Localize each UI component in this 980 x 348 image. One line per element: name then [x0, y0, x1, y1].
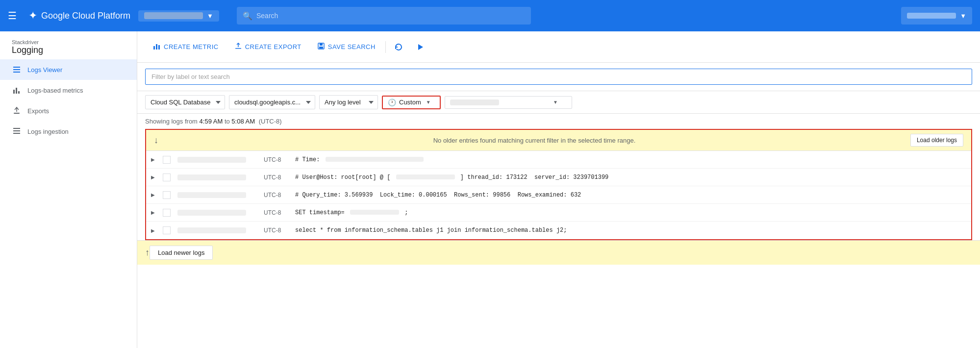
refresh-button[interactable]: [388, 31, 409, 62]
logs-to-time: 5:08 AM: [231, 118, 255, 125]
top-navbar: ☰ ✦ Google Cloud Platform ▼ 🔍 ▼: [0, 0, 980, 31]
log-content-suffix: ] thread_id: 173122 server_id: 323970139…: [460, 174, 608, 181]
upload-icon: [234, 42, 242, 51]
table-row: ▶ UTC-8 # User@Host: root[root] @ [ ] th…: [146, 169, 971, 186]
log-content-cell: select * from information_schema.tables …: [291, 224, 971, 237]
sidebar-exports-label: Exports: [27, 107, 49, 115]
search-icon: 🔍: [243, 11, 252, 21]
load-older-logs-button[interactable]: Load older logs: [910, 134, 963, 147]
svg-rect-4: [16, 88, 17, 94]
project-selector[interactable]: ▼: [138, 10, 219, 22]
star-checkbox[interactable]: [160, 226, 174, 234]
timestamp-blurred: [177, 227, 246, 233]
log-content-cell: SET timestamp= ;: [291, 206, 971, 219]
timezone-cell: UTC-8: [262, 174, 291, 181]
svg-rect-7: [13, 128, 20, 129]
svg-marker-17: [418, 44, 423, 50]
notice-older-bar: ↓ No older entries found matching curren…: [146, 130, 971, 151]
toolbar-divider: [385, 41, 386, 53]
down-arrow-icon[interactable]: ↓: [154, 135, 158, 146]
save-search-button[interactable]: SAVE SEARCH: [309, 31, 383, 62]
star-checkbox[interactable]: [160, 209, 174, 217]
load-newer-logs-button[interactable]: Load newer logs: [150, 246, 213, 260]
sidebar-item-logs-viewer[interactable]: Logs Viewer: [0, 59, 137, 80]
account-dropdown[interactable]: ▼: [901, 7, 972, 25]
svg-rect-3: [13, 90, 15, 94]
sidebar: Stackdriver Logging Logs Viewer Logs-bas…: [0, 31, 137, 348]
table-row: ▶ UTC-8 select * from information_schema…: [146, 222, 971, 239]
svg-rect-8: [13, 130, 20, 131]
log-content-cell: # Query_time: 3.569939 Lock_time: 0.0001…: [291, 189, 971, 201]
save-search-label: SAVE SEARCH: [328, 43, 376, 50]
clock-icon: 🕐: [388, 99, 396, 106]
svg-rect-6: [14, 113, 20, 114]
star-checkbox[interactable]: [160, 191, 174, 199]
log-content-text: select * from information_schema.tables …: [295, 227, 567, 234]
filter-dropdowns: Cloud SQL Database cloudsql.googleapis.c…: [137, 91, 980, 114]
sidebar-logs-viewer-label: Logs Viewer: [27, 66, 62, 74]
extra-filter-select[interactable]: ▼: [445, 96, 572, 109]
create-export-button[interactable]: CREATE EXPORT: [226, 31, 309, 62]
expand-icon[interactable]: ▶: [146, 228, 160, 233]
log-name-select[interactable]: cloudsql.googleapis.c...: [229, 95, 315, 109]
timezone-cell: UTC-8: [262, 156, 291, 163]
time-select-label: Custom: [399, 99, 421, 106]
svg-rect-11: [156, 44, 157, 50]
global-search[interactable]: 🔍: [237, 7, 531, 25]
timestamp-blurred: [177, 174, 246, 180]
sidebar-item-exports[interactable]: Exports: [0, 100, 137, 121]
timestamp-blurred: [177, 210, 246, 216]
svg-rect-9: [13, 133, 20, 134]
sidebar-item-logs-ingestion[interactable]: Logs ingestion: [0, 121, 137, 142]
star-checkbox[interactable]: [160, 174, 174, 181]
content-area: CREATE METRIC CREATE EXPORT SAVE SEARCH: [137, 31, 980, 348]
logs-ingestion-icon: [12, 127, 22, 136]
sidebar-logs-ingestion-label: Logs ingestion: [27, 128, 69, 135]
notice-older-message: No older entries found matching current …: [158, 137, 910, 144]
timestamp-blurred: [177, 192, 246, 198]
play-button[interactable]: [409, 31, 431, 62]
chart-bar-icon: [153, 42, 161, 51]
expand-icon[interactable]: ▶: [146, 157, 160, 162]
extra-filter-dropdown-icon: ▼: [553, 99, 558, 105]
timestamp-cell: [174, 174, 262, 180]
log-content-suffix: ;: [404, 209, 408, 216]
time-select[interactable]: 🕐 Custom ▼: [382, 96, 441, 109]
logs-status: Showing logs from 4:59 AM to 5:08 AM (UT…: [137, 114, 980, 129]
table-row: ▶ UTC-8 SET timestamp= ;: [146, 204, 971, 222]
expand-icon[interactable]: ▶: [146, 174, 160, 180]
toolbar: CREATE METRIC CREATE EXPORT SAVE SEARCH: [137, 31, 980, 63]
chart-icon: [12, 86, 22, 95]
sidebar-item-logs-metrics[interactable]: Logs-based metrics: [0, 80, 137, 100]
svg-rect-15: [320, 43, 323, 46]
expand-icon[interactable]: ▶: [146, 210, 160, 215]
create-metric-label: CREATE METRIC: [164, 43, 219, 50]
hamburger-icon[interactable]: ☰: [8, 10, 17, 22]
svg-rect-2: [13, 72, 20, 73]
timestamp-cell: [174, 210, 262, 216]
log-content-text: # Time:: [295, 156, 324, 163]
sidebar-product-sub: Stackdriver: [12, 39, 125, 45]
nav-right-area: ▼: [901, 7, 972, 25]
log-content-text: SET timestamp=: [295, 209, 345, 216]
timestamp-cell: [174, 227, 262, 233]
export-icon: [12, 106, 22, 115]
list-icon: [12, 65, 22, 74]
svg-rect-10: [153, 46, 155, 50]
filter-input[interactable]: [145, 69, 972, 85]
logs-from-time: 4:59 AM: [200, 118, 223, 125]
log-level-select[interactable]: Any log level: [319, 95, 378, 109]
log-content-cell: # Time:: [291, 153, 971, 166]
search-input[interactable]: [256, 12, 525, 20]
timestamp-blurred: [177, 157, 246, 163]
svg-rect-13: [235, 48, 241, 49]
resource-select[interactable]: Cloud SQL Database: [145, 95, 225, 109]
create-metric-button[interactable]: CREATE METRIC: [145, 31, 226, 62]
log-content-cell: # User@Host: root[root] @ [ ] thread_id:…: [291, 171, 971, 184]
up-arrow-icon[interactable]: ↑: [145, 248, 150, 258]
expand-icon[interactable]: ▶: [146, 192, 160, 198]
logs-to-text: to: [225, 118, 231, 125]
table-row: ▶ UTC-8 # Query_time: 3.569939 Lock_time…: [146, 186, 971, 204]
sidebar-header: Stackdriver Logging: [0, 31, 137, 59]
star-checkbox[interactable]: [160, 156, 174, 164]
